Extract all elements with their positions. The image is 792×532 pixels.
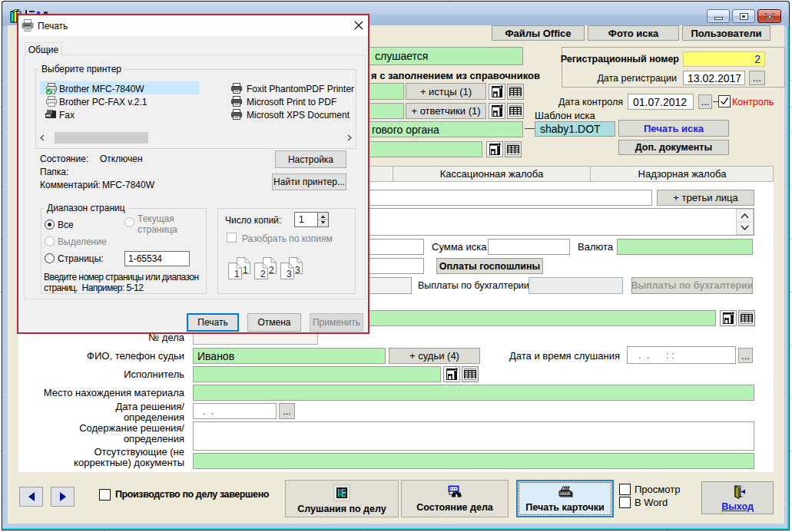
- svg-text:3: 3: [295, 265, 300, 276]
- svg-text:1: 1: [243, 265, 248, 276]
- svg-text:1: 1: [234, 269, 240, 279]
- svg-text:3: 3: [287, 269, 292, 279]
- svg-text:2: 2: [269, 265, 274, 276]
- svg-text:2: 2: [260, 269, 266, 279]
